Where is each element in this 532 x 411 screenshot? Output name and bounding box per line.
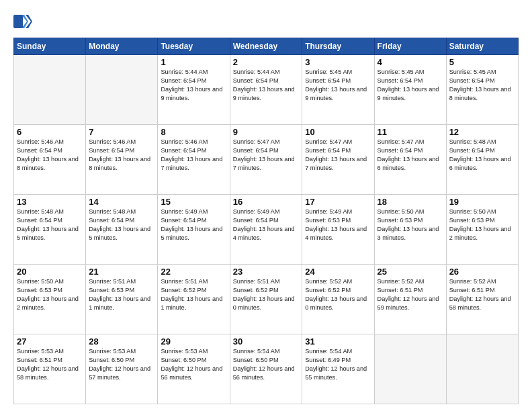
calendar-cell: 12Sunrise: 5:48 AM Sunset: 6:54 PM Dayli…	[446, 125, 518, 195]
calendar-cell	[14, 55, 86, 125]
calendar-cell: 3Sunrise: 5:45 AM Sunset: 6:54 PM Daylig…	[302, 55, 374, 125]
calendar-cell: 5Sunrise: 5:45 AM Sunset: 6:54 PM Daylig…	[446, 55, 518, 125]
svg-marker-0	[26, 15, 32, 28]
day-number: 24	[305, 267, 371, 277]
day-info: Sunrise: 5:51 AM Sunset: 6:53 PM Dayligh…	[89, 277, 154, 312]
day-number: 30	[233, 336, 300, 347]
day-number: 23	[233, 267, 300, 277]
day-number: 8	[161, 127, 226, 137]
calendar-week-row: 13Sunrise: 5:48 AM Sunset: 6:54 PM Dayli…	[14, 195, 519, 265]
calendar-cell: 25Sunrise: 5:52 AM Sunset: 6:51 PM Dayli…	[374, 265, 446, 334]
day-info: Sunrise: 5:44 AM Sunset: 6:54 PM Dayligh…	[161, 68, 226, 103]
calendar-day-header: Monday	[86, 38, 158, 55]
day-info: Sunrise: 5:53 AM Sunset: 6:50 PM Dayligh…	[161, 347, 226, 382]
svg-rect-2	[13, 15, 23, 28]
calendar-day-header: Tuesday	[158, 38, 230, 55]
calendar-cell: 22Sunrise: 5:51 AM Sunset: 6:52 PM Dayli…	[158, 265, 230, 334]
day-number: 14	[89, 197, 154, 207]
calendar-cell: 15Sunrise: 5:49 AM Sunset: 6:54 PM Dayli…	[158, 195, 230, 265]
day-info: Sunrise: 5:51 AM Sunset: 6:52 PM Dayligh…	[161, 277, 226, 312]
day-number: 16	[233, 197, 300, 207]
day-info: Sunrise: 5:51 AM Sunset: 6:52 PM Dayligh…	[233, 277, 300, 312]
day-info: Sunrise: 5:45 AM Sunset: 6:54 PM Dayligh…	[378, 68, 443, 103]
calendar-day-header: Sunday	[14, 38, 86, 55]
day-number: 7	[89, 127, 154, 137]
day-number: 21	[89, 267, 154, 277]
calendar-cell: 27Sunrise: 5:53 AM Sunset: 6:51 PM Dayli…	[14, 334, 86, 404]
calendar-cell: 24Sunrise: 5:52 AM Sunset: 6:52 PM Dayli…	[302, 265, 374, 334]
calendar-table: SundayMondayTuesdayWednesdayThursdayFrid…	[13, 38, 519, 404]
calendar-day-header: Saturday	[446, 38, 518, 55]
day-info: Sunrise: 5:47 AM Sunset: 6:54 PM Dayligh…	[378, 138, 443, 173]
day-info: Sunrise: 5:48 AM Sunset: 6:54 PM Dayligh…	[449, 138, 515, 173]
day-number: 11	[378, 127, 443, 137]
day-info: Sunrise: 5:45 AM Sunset: 6:54 PM Dayligh…	[305, 68, 371, 103]
calendar-cell: 7Sunrise: 5:46 AM Sunset: 6:54 PM Daylig…	[86, 125, 158, 195]
day-number: 12	[449, 127, 515, 137]
header	[13, 12, 519, 31]
day-info: Sunrise: 5:49 AM Sunset: 6:53 PM Dayligh…	[305, 208, 371, 242]
page: SundayMondayTuesdayWednesdayThursdayFrid…	[0, 0, 532, 411]
day-number: 6	[17, 127, 83, 137]
day-info: Sunrise: 5:46 AM Sunset: 6:54 PM Dayligh…	[89, 138, 154, 173]
day-info: Sunrise: 5:47 AM Sunset: 6:54 PM Dayligh…	[305, 138, 371, 173]
day-info: Sunrise: 5:53 AM Sunset: 6:51 PM Dayligh…	[17, 347, 83, 382]
calendar-cell: 11Sunrise: 5:47 AM Sunset: 6:54 PM Dayli…	[374, 125, 446, 195]
day-number: 4	[378, 57, 443, 67]
day-number: 1	[161, 57, 226, 67]
day-number: 25	[378, 267, 443, 277]
calendar-day-header: Friday	[374, 38, 446, 55]
day-info: Sunrise: 5:53 AM Sunset: 6:50 PM Dayligh…	[89, 347, 154, 382]
calendar-cell: 26Sunrise: 5:52 AM Sunset: 6:51 PM Dayli…	[446, 265, 518, 334]
day-number: 20	[17, 267, 83, 277]
day-info: Sunrise: 5:50 AM Sunset: 6:53 PM Dayligh…	[449, 208, 515, 242]
calendar-cell: 1Sunrise: 5:44 AM Sunset: 6:54 PM Daylig…	[158, 55, 230, 125]
calendar-header-row: SundayMondayTuesdayWednesdayThursdayFrid…	[14, 38, 519, 55]
day-info: Sunrise: 5:48 AM Sunset: 6:54 PM Dayligh…	[89, 208, 154, 242]
calendar-cell	[374, 334, 446, 404]
calendar-cell: 23Sunrise: 5:51 AM Sunset: 6:52 PM Dayli…	[230, 265, 302, 334]
calendar-cell: 6Sunrise: 5:46 AM Sunset: 6:54 PM Daylig…	[14, 125, 86, 195]
calendar-cell: 20Sunrise: 5:50 AM Sunset: 6:53 PM Dayli…	[14, 265, 86, 334]
calendar-cell: 19Sunrise: 5:50 AM Sunset: 6:53 PM Dayli…	[446, 195, 518, 265]
day-number: 22	[161, 267, 226, 277]
day-number: 10	[305, 127, 371, 137]
day-number: 9	[233, 127, 300, 137]
calendar-week-row: 20Sunrise: 5:50 AM Sunset: 6:53 PM Dayli…	[14, 265, 519, 334]
day-info: Sunrise: 5:46 AM Sunset: 6:54 PM Dayligh…	[161, 138, 226, 173]
day-info: Sunrise: 5:49 AM Sunset: 6:54 PM Dayligh…	[233, 208, 300, 242]
day-info: Sunrise: 5:54 AM Sunset: 6:50 PM Dayligh…	[233, 347, 300, 382]
day-info: Sunrise: 5:48 AM Sunset: 6:54 PM Dayligh…	[17, 208, 83, 242]
calendar-cell	[86, 55, 158, 125]
calendar-cell: 28Sunrise: 5:53 AM Sunset: 6:50 PM Dayli…	[86, 334, 158, 404]
day-info: Sunrise: 5:47 AM Sunset: 6:54 PM Dayligh…	[233, 138, 300, 173]
calendar-cell: 14Sunrise: 5:48 AM Sunset: 6:54 PM Dayli…	[86, 195, 158, 265]
day-info: Sunrise: 5:46 AM Sunset: 6:54 PM Dayligh…	[17, 138, 83, 173]
logo-icon	[13, 12, 32, 31]
calendar-week-row: 27Sunrise: 5:53 AM Sunset: 6:51 PM Dayli…	[14, 334, 519, 404]
calendar-cell: 18Sunrise: 5:50 AM Sunset: 6:53 PM Dayli…	[374, 195, 446, 265]
day-number: 31	[305, 336, 371, 347]
day-number: 13	[17, 197, 83, 207]
calendar-cell: 13Sunrise: 5:48 AM Sunset: 6:54 PM Dayli…	[14, 195, 86, 265]
calendar-cell: 9Sunrise: 5:47 AM Sunset: 6:54 PM Daylig…	[230, 125, 302, 195]
calendar-cell: 4Sunrise: 5:45 AM Sunset: 6:54 PM Daylig…	[374, 55, 446, 125]
day-info: Sunrise: 5:52 AM Sunset: 6:51 PM Dayligh…	[449, 277, 515, 312]
day-info: Sunrise: 5:44 AM Sunset: 6:54 PM Dayligh…	[233, 68, 300, 103]
calendar-cell: 2Sunrise: 5:44 AM Sunset: 6:54 PM Daylig…	[230, 55, 302, 125]
day-number: 27	[17, 336, 83, 347]
calendar-cell: 16Sunrise: 5:49 AM Sunset: 6:54 PM Dayli…	[230, 195, 302, 265]
calendar-cell: 10Sunrise: 5:47 AM Sunset: 6:54 PM Dayli…	[302, 125, 374, 195]
logo	[13, 12, 35, 31]
day-info: Sunrise: 5:54 AM Sunset: 6:49 PM Dayligh…	[305, 347, 371, 382]
day-number: 28	[89, 336, 154, 347]
calendar-week-row: 6Sunrise: 5:46 AM Sunset: 6:54 PM Daylig…	[14, 125, 519, 195]
day-number: 15	[161, 197, 226, 207]
day-number: 2	[233, 57, 300, 67]
day-number: 19	[449, 197, 515, 207]
day-info: Sunrise: 5:50 AM Sunset: 6:53 PM Dayligh…	[17, 277, 83, 312]
calendar-day-header: Thursday	[302, 38, 374, 55]
calendar-cell: 8Sunrise: 5:46 AM Sunset: 6:54 PM Daylig…	[158, 125, 230, 195]
calendar-cell: 30Sunrise: 5:54 AM Sunset: 6:50 PM Dayli…	[230, 334, 302, 404]
day-info: Sunrise: 5:50 AM Sunset: 6:53 PM Dayligh…	[378, 208, 443, 242]
